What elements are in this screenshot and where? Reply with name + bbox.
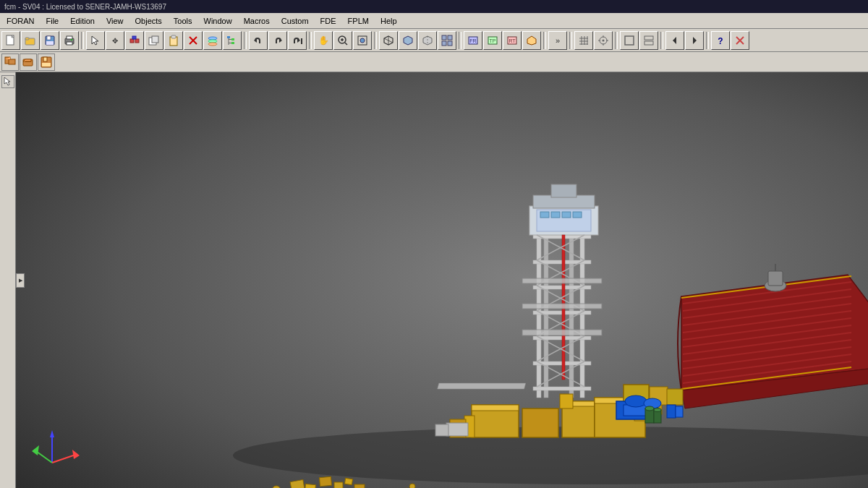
- svg-rect-48: [442, 35, 446, 40]
- tb-zoom-in[interactable]: [333, 31, 352, 50]
- svg-rect-17: [152, 36, 158, 43]
- tb-copy[interactable]: [145, 31, 163, 50]
- menu-fplm[interactable]: FPLM: [343, 14, 374, 27]
- tb2-part-open[interactable]: [20, 53, 37, 71]
- tb-shaded[interactable]: [399, 31, 417, 50]
- viewport-3d[interactable]: [16, 72, 868, 488]
- tb-print[interactable]: [60, 31, 79, 50]
- menu-view[interactable]: View: [101, 14, 129, 27]
- svg-rect-49: [448, 35, 452, 40]
- svg-point-184: [409, 484, 415, 488]
- svg-rect-26: [231, 38, 234, 40]
- toolbar1: ✥ ✋: [0, 29, 868, 52]
- menu-window[interactable]: Window: [199, 14, 237, 27]
- tb-multi-view[interactable]: [438, 31, 456, 50]
- svg-marker-76: [693, 37, 697, 44]
- svg-text:RT: RT: [509, 38, 516, 43]
- menu-tools[interactable]: Tools: [169, 14, 197, 27]
- svg-rect-168: [676, 406, 683, 417]
- svg-point-41: [360, 38, 365, 43]
- svg-rect-19: [171, 35, 176, 38]
- menu-fde[interactable]: FDE: [315, 14, 341, 27]
- svg-point-22: [208, 37, 217, 40]
- lp-pointer-btn[interactable]: [1, 75, 14, 88]
- tb2-part-new[interactable]: [1, 53, 19, 71]
- tb-sep9: [660, 32, 663, 49]
- tb-view-right[interactable]: RT: [503, 31, 522, 50]
- svg-rect-88: [42, 63, 51, 67]
- menu-custom[interactable]: Custom: [276, 14, 314, 27]
- tb-grid-on[interactable]: [574, 31, 593, 50]
- tb-sep7: [569, 32, 572, 49]
- tb-delete[interactable]: [184, 31, 203, 50]
- svg-rect-149: [522, 408, 558, 437]
- tb-prev-view[interactable]: [665, 31, 684, 50]
- tb-layer[interactable]: [203, 31, 222, 50]
- scene-svg: [16, 72, 868, 488]
- tb-fit-all[interactable]: [353, 31, 372, 50]
- tb-view-front[interactable]: FR: [464, 31, 482, 50]
- tb-save[interactable]: [41, 31, 59, 50]
- tb-pan[interactable]: ✋: [314, 31, 333, 50]
- left-panel: [0, 72, 16, 488]
- tb-close[interactable]: [731, 31, 749, 50]
- tb-select[interactable]: [86, 31, 105, 50]
- svg-marker-45: [404, 36, 412, 45]
- tb-wireframe[interactable]: [379, 31, 398, 50]
- menu-file[interactable]: File: [41, 14, 64, 27]
- svg-text:✥: ✥: [112, 37, 118, 45]
- tb-tree[interactable]: [223, 31, 242, 50]
- tb-sep8: [615, 32, 618, 49]
- tb-view-top[interactable]: TP: [483, 31, 502, 50]
- tb-sep10: [706, 32, 709, 49]
- tb-help[interactable]: ?: [711, 31, 730, 50]
- svg-rect-25: [227, 36, 230, 38]
- svg-text:FR: FR: [469, 38, 476, 43]
- svg-rect-156: [560, 394, 573, 408]
- tb-hidden-line[interactable]: [418, 31, 437, 50]
- svg-rect-106: [540, 212, 549, 218]
- svg-point-171: [645, 406, 654, 411]
- svg-rect-15: [132, 36, 136, 39]
- tb-sep3: [309, 32, 312, 49]
- tb2-part-save[interactable]: [38, 53, 55, 71]
- svg-rect-179: [344, 478, 352, 484]
- svg-rect-145: [768, 271, 783, 286]
- tb-snap[interactable]: [594, 31, 613, 50]
- svg-rect-107: [551, 212, 560, 218]
- tb-explode[interactable]: [125, 31, 144, 50]
- svg-rect-13: [130, 39, 134, 43]
- menu-foran[interactable]: FORAN: [1, 14, 40, 27]
- svg-rect-5: [47, 36, 51, 40]
- tb-sep5: [459, 32, 461, 49]
- tb-next-view[interactable]: [685, 31, 704, 50]
- tb-view-iso[interactable]: [522, 31, 541, 50]
- tb-overflow[interactable]: »: [548, 31, 567, 50]
- tb-new[interactable]: [1, 31, 20, 50]
- collapse-arrow[interactable]: ▶: [16, 273, 25, 288]
- svg-rect-180: [354, 484, 365, 488]
- title-text: fcm - SV04 : Licensed to SENER-JAMH-WS13…: [4, 3, 166, 11]
- svg-rect-178: [334, 482, 343, 488]
- svg-rect-167: [667, 405, 676, 418]
- svg-marker-75: [673, 37, 676, 44]
- svg-rect-111: [551, 184, 576, 197]
- svg-rect-8: [67, 36, 72, 39]
- tb-tile-h[interactable]: [639, 31, 658, 50]
- tb-paste[interactable]: [164, 31, 183, 50]
- menu-help[interactable]: Help: [375, 14, 402, 27]
- tb-redo[interactable]: [268, 31, 287, 50]
- svg-rect-92: [438, 383, 526, 389]
- tb-undo[interactable]: [249, 31, 268, 50]
- tb-redo-all[interactable]: [288, 31, 307, 50]
- menu-edition[interactable]: Edition: [65, 14, 100, 27]
- svg-rect-176: [305, 484, 316, 488]
- tb-open[interactable]: [21, 31, 40, 50]
- tb-single-view[interactable]: [620, 31, 639, 50]
- menu-macros[interactable]: Macros: [239, 14, 275, 27]
- menu-objects[interactable]: Objects: [130, 14, 167, 27]
- tb-move[interactable]: ✥: [106, 31, 124, 50]
- svg-rect-3: [25, 38, 29, 40]
- svg-line-37: [345, 43, 347, 45]
- svg-marker-11: [92, 36, 98, 45]
